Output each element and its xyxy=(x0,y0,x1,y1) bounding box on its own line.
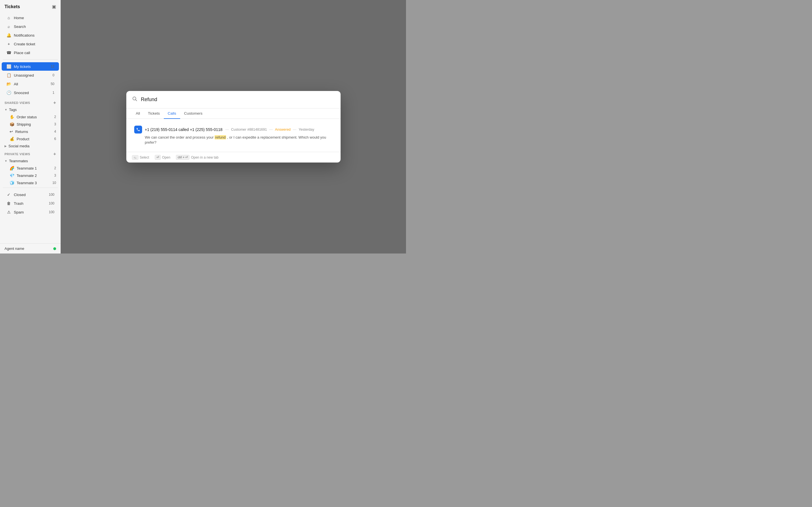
tag-order-status-label: Order status xyxy=(17,115,37,119)
closed-badge: 100 xyxy=(49,193,54,196)
sidebar-item-create-ticket-label: Create ticket xyxy=(14,42,35,46)
teammates-label: Teammates xyxy=(9,159,28,163)
sidebar-nav: ⌂ Home ⌕ Search 🔔 Notifications + Create… xyxy=(0,12,61,58)
sidebar-item-spam[interactable]: ⚠ Spam 100 xyxy=(2,208,59,216)
spam-icon: ⚠ xyxy=(6,210,11,214)
sidebar: Tickets ▣ ⌂ Home ⌕ Search 🔔 Notification… xyxy=(0,0,61,253)
shared-views-add-button[interactable]: + xyxy=(53,101,56,105)
teammates-parent[interactable]: ▼ Teammates xyxy=(2,158,59,165)
tags-section: ▼ Tags ✋ Order status 2 📦 Shipping 3 ↩ R… xyxy=(0,106,61,150)
teammate-3-count: 10 xyxy=(52,181,56,185)
sidebar-item-snoozed-label: Snoozed xyxy=(14,91,29,95)
social-media-caret-icon: ▶ xyxy=(4,145,7,148)
teammate-2[interactable]: 💎 Teammate 2 3 xyxy=(2,172,59,179)
result-body-before: We can cancel the order and process your xyxy=(145,135,215,139)
teammate-3[interactable]: 🧊 Teammate 3 10 xyxy=(2,179,59,186)
main-content: All Tickets Calls Customers +1 (219) 555… xyxy=(61,0,406,253)
plus-icon: + xyxy=(6,42,11,46)
tab-all[interactable]: All xyxy=(132,108,144,119)
tag-returns-label: Returns xyxy=(15,129,28,134)
sidebar-title: Tickets xyxy=(4,4,20,9)
sidebar-item-unassigned[interactable]: 📋 Unassigned 0 xyxy=(2,71,59,79)
divider-1 xyxy=(3,59,58,60)
sidebar-item-my-tickets[interactable]: ⬜ My tickets 12 xyxy=(2,62,59,71)
home-icon: ⌂ xyxy=(6,15,11,20)
search-modal: All Tickets Calls Customers +1 (219) 555… xyxy=(126,91,341,163)
my-tickets-icon: ⬜ xyxy=(6,64,11,69)
returns-emoji: ↩ xyxy=(10,129,13,134)
tab-customers[interactable]: Customers xyxy=(180,108,206,119)
sidebar-bottom: Agent name xyxy=(0,243,61,253)
modal-overlay[interactable]: All Tickets Calls Customers +1 (219) 555… xyxy=(61,0,406,253)
open-tab-key: ctrl + ⏎ xyxy=(176,155,190,160)
tag-product[interactable]: 💰 Product 6 xyxy=(2,135,59,143)
teammate-1[interactable]: 🌈 Teammate 1 2 xyxy=(2,165,59,172)
result-status: Answered xyxy=(275,128,291,131)
teammate-1-label: Teammate 1 xyxy=(17,166,37,170)
result-item-header: +1 (219) 555-0114 called +1 (225) 555-01… xyxy=(134,126,333,133)
snoozed-badge: 1 xyxy=(52,91,54,95)
order-status-emoji: ✋ xyxy=(10,115,14,119)
result-item-0[interactable]: +1 (219) 555-0114 called +1 (225) 555-01… xyxy=(129,122,338,149)
all-badge: 50 xyxy=(51,82,54,86)
sidebar-item-snoozed[interactable]: 🕐 Snoozed 1 xyxy=(2,89,59,97)
shared-views-label: SHARED VIEWS xyxy=(4,101,30,105)
trash-badge: 100 xyxy=(49,202,54,205)
search-modal-input[interactable] xyxy=(141,97,335,103)
sidebar-item-closed[interactable]: ✓ Closed 100 xyxy=(2,190,59,199)
teammate-2-count: 3 xyxy=(54,173,56,177)
tag-shipping-count: 3 xyxy=(54,122,56,126)
sidebar-item-search[interactable]: ⌕ Search xyxy=(2,22,59,31)
search-modal-icon xyxy=(132,96,138,103)
product-emoji: 💰 xyxy=(10,136,14,141)
all-icon: 📂 xyxy=(6,82,11,86)
result-meta: — Customer #881481691 — Answered — Yeste… xyxy=(225,128,314,131)
teammate-3-label: Teammate 3 xyxy=(17,181,37,185)
select-key: ↑↓ xyxy=(132,155,139,160)
tag-returns[interactable]: ↩ Returns 4 xyxy=(2,128,59,135)
teammate-2-label: Teammate 2 xyxy=(17,173,37,178)
private-views-add-button[interactable]: + xyxy=(53,152,56,156)
tag-order-status-count: 2 xyxy=(54,115,56,119)
sidebar-item-trash[interactable]: 🗑 Trash 100 xyxy=(2,199,59,208)
spam-badge: 100 xyxy=(49,210,54,214)
teammates-caret-icon: ▼ xyxy=(4,159,7,163)
tags-parent[interactable]: ▼ Tags xyxy=(2,106,59,113)
tag-product-label: Product xyxy=(17,137,29,141)
sidebar-item-all[interactable]: 📂 All 50 xyxy=(2,80,59,88)
open-label: Open xyxy=(162,156,170,159)
teammate-3-emoji: 🧊 xyxy=(10,180,14,185)
tab-tickets[interactable]: Tickets xyxy=(144,108,164,119)
sidebar-item-place-call[interactable]: ☎ Place call xyxy=(2,48,59,57)
trash-icon: 🗑 xyxy=(6,201,11,206)
search-tabs: All Tickets Calls Customers xyxy=(126,108,341,119)
my-tickets-badge: 12 xyxy=(51,64,54,68)
sidebar-item-home[interactable]: ⌂ Home xyxy=(2,13,59,22)
sidebar-item-my-tickets-label: My tickets xyxy=(14,64,31,69)
sidebar-item-unassigned-label: Unassigned xyxy=(14,73,34,77)
social-media-parent[interactable]: ▶ Social media xyxy=(2,143,59,150)
search-results: +1 (219) 555-0114 called +1 (225) 555-01… xyxy=(126,119,341,152)
open-tab-label: Open in a new tab xyxy=(191,156,218,159)
tag-returns-count: 4 xyxy=(54,129,56,133)
sidebar-header: Tickets ▣ xyxy=(0,0,61,12)
tag-shipping[interactable]: 📦 Shipping 3 xyxy=(2,121,59,128)
teammate-1-emoji: 🌈 xyxy=(10,166,14,170)
sidebar-item-create-ticket[interactable]: + Create ticket xyxy=(2,40,59,48)
social-media-label: Social media xyxy=(8,144,29,148)
sidebar-item-notifications[interactable]: 🔔 Notifications xyxy=(2,31,59,40)
result-highlight: refund xyxy=(214,135,226,139)
tag-order-status[interactable]: ✋ Order status 2 xyxy=(2,113,59,121)
teammate-1-count: 2 xyxy=(54,166,56,170)
call-icon-badge xyxy=(134,126,142,133)
result-customer-id: Customer #881481691 xyxy=(231,128,267,131)
shortcut-open: ⏎ Open xyxy=(155,155,170,160)
search-icon: ⌕ xyxy=(6,24,11,29)
unassigned-icon: 📋 xyxy=(6,73,11,77)
shared-views-header: SHARED VIEWS + xyxy=(0,98,61,106)
agent-status-dot xyxy=(53,247,56,250)
teammates-section: ▼ Teammates 🌈 Teammate 1 2 💎 Teammate 2 … xyxy=(0,158,61,186)
tab-calls[interactable]: Calls xyxy=(164,108,180,119)
sidebar-item-home-label: Home xyxy=(14,16,24,20)
sidebar-toggle-icon[interactable]: ▣ xyxy=(52,4,56,9)
